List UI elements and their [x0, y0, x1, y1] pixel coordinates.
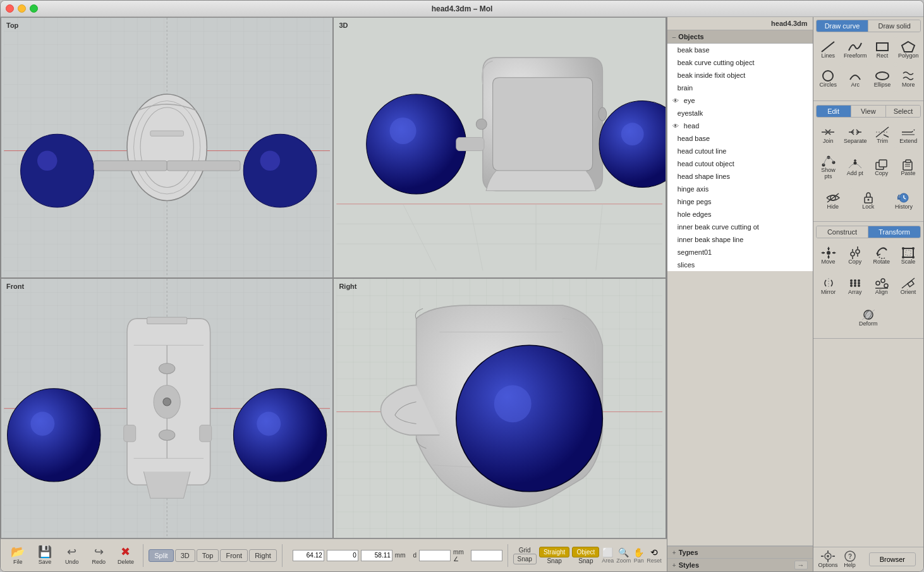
maximize-button[interactable]	[30, 4, 38, 13]
delete-button[interactable]: ✖ Delete	[114, 542, 138, 569]
viewport-3d[interactable]: 3D	[333, 17, 666, 278]
join-tool[interactable]: Join	[816, 121, 841, 149]
circles-tool[interactable]: Circles	[816, 65, 841, 93]
help-button[interactable]: ? Help	[843, 551, 857, 568]
draw-solid-tab[interactable]: Draw solid	[868, 20, 920, 32]
svg-point-47	[494, 385, 532, 422]
viewport-front-label: Front	[6, 283, 24, 290]
freeform-tool[interactable]: Freeform	[842, 36, 869, 64]
3d-view-button[interactable]: 3D	[175, 549, 195, 562]
front-view-button[interactable]: Front	[220, 549, 248, 562]
copy-tool[interactable]: Copy	[869, 152, 894, 183]
arc-tool[interactable]: Arc	[842, 65, 869, 93]
grid-snap-button[interactable]: Snap	[513, 554, 537, 564]
deform-tool[interactable]: Deform	[849, 304, 887, 332]
object-snap-button[interactable]: Object	[572, 547, 599, 557]
d-coord-input[interactable]	[419, 550, 451, 561]
draw-curve-tab[interactable]: Draw curve	[817, 20, 869, 32]
transform-tab[interactable]: Transform	[868, 226, 920, 238]
align-tool[interactable]: Align	[869, 272, 894, 300]
viewport-front[interactable]: Front	[1, 278, 333, 539]
scale-tool[interactable]: Scale	[896, 242, 921, 270]
object-item-head-cutout-line[interactable]: head cutout line	[667, 145, 813, 157]
paste-tool[interactable]: Paste	[896, 152, 921, 183]
svg-rect-34	[147, 317, 187, 324]
z-coord-input[interactable]	[361, 550, 392, 561]
styles-arrow-icon[interactable]: →	[794, 561, 808, 569]
svg-point-91	[851, 252, 854, 256]
mirror-tool[interactable]: Mirror	[816, 272, 841, 300]
view-tab[interactable]: View	[851, 106, 886, 117]
redo-button[interactable]: ↪ Redo	[87, 542, 111, 569]
object-item-head[interactable]: 👁 head	[667, 119, 813, 132]
options-button[interactable]: Options	[818, 551, 838, 568]
history-tool[interactable]: History	[887, 187, 921, 215]
lines-tool[interactable]: Lines	[816, 36, 841, 64]
more-tool[interactable]: More	[896, 65, 921, 93]
object-item-eye[interactable]: 👁 eye	[667, 94, 813, 107]
top-view-button[interactable]: Top	[197, 549, 219, 562]
edit-tab[interactable]: Edit	[817, 106, 851, 117]
move-tool[interactable]: Move	[816, 242, 841, 270]
rect-tool[interactable]: Rect	[870, 36, 894, 64]
right-view-button[interactable]: Right	[249, 549, 277, 562]
select-tab[interactable]: Select	[886, 106, 920, 117]
save-button[interactable]: 💾 Save	[33, 542, 58, 569]
lock-tool[interactable]: Lock	[851, 187, 885, 215]
object-item-eyestalk[interactable]: eyestalk	[667, 107, 813, 119]
straight-snap-button[interactable]: Straight	[539, 547, 569, 557]
draw-tabs: Draw curve Draw solid	[816, 20, 921, 32]
pan-ctrl[interactable]: ✋ Pan	[633, 547, 644, 564]
viewport-right[interactable]: Right	[333, 278, 666, 539]
array-tool[interactable]: Array	[842, 272, 868, 300]
browser-button[interactable]: Browser	[869, 552, 916, 566]
add-pt-tool[interactable]: Add pt	[842, 152, 868, 183]
reset-ctrl[interactable]: ⟲ Reset	[647, 547, 662, 564]
object-item-beak-inside[interactable]: beak inside fixit object	[667, 69, 813, 82]
object-item-hinge-pegs[interactable]: hinge pegs	[667, 195, 813, 208]
object-item-head-cutout-object[interactable]: head cutout object	[667, 157, 813, 170]
zoom-ctrl[interactable]: 🔍 Zoom	[616, 547, 631, 564]
object-item-beak-curve[interactable]: beak curve cutting object	[667, 56, 813, 69]
split-view-button[interactable]: Split	[149, 549, 173, 562]
copy-transform-tool[interactable]: Copy	[842, 242, 868, 270]
objects-header[interactable]: – Objects	[667, 30, 813, 44]
x-coord-input[interactable]	[293, 550, 324, 561]
trim-tool[interactable]: Trim	[870, 121, 894, 149]
svg-point-108	[854, 282, 856, 284]
object-item-segment01[interactable]: segment01	[667, 246, 813, 259]
angle-input[interactable]	[471, 550, 502, 561]
object-item-inner-beak-shape[interactable]: inner beak shape line	[667, 233, 813, 246]
undo-button[interactable]: ↩ Undo	[59, 542, 84, 569]
svg-point-109	[858, 282, 860, 284]
object-item-head-shape-lines[interactable]: head shape lines	[667, 170, 813, 183]
orient-tool[interactable]: Orient	[896, 272, 921, 300]
object-item-brain[interactable]: brain	[667, 82, 813, 94]
viewport-top[interactable]: Top	[1, 17, 333, 278]
minimize-button[interactable]	[18, 4, 26, 13]
object-item-slices[interactable]: slices	[667, 259, 813, 271]
array-icon	[848, 277, 863, 289]
object-item-inner-beak-curve[interactable]: inner beak curve cutting ot	[667, 221, 813, 233]
construct-tab[interactable]: Construct	[817, 226, 869, 238]
viewport-3d-label: 3D	[339, 21, 348, 29]
area-ctrl[interactable]: ⬜ Area	[602, 547, 614, 564]
ellipse-tool[interactable]: Ellipse	[870, 65, 894, 93]
polygon-tool[interactable]: Polygon	[896, 36, 921, 64]
object-item-beak-base[interactable]: beak base	[667, 44, 813, 56]
extend-tool[interactable]: Extend	[896, 121, 921, 149]
show-pts-tool[interactable]: Show pts	[816, 152, 841, 183]
object-item-head-base[interactable]: head base	[667, 132, 813, 145]
hide-tool[interactable]: Hide	[816, 187, 850, 215]
svg-point-63	[822, 164, 825, 167]
types-panel[interactable]: + Types	[667, 546, 813, 558]
separate-tool[interactable]: Separate	[842, 121, 869, 149]
rotate-tool[interactable]: Rotate	[869, 242, 894, 270]
object-item-hinge-axis[interactable]: hinge axis	[667, 183, 813, 195]
styles-panel[interactable]: + Styles →	[667, 558, 813, 571]
objects-header-label: Objects	[678, 33, 703, 40]
close-button[interactable]	[6, 4, 14, 13]
y-coord-input[interactable]	[327, 550, 358, 561]
file-button[interactable]: 📂 File	[6, 542, 30, 569]
object-item-hole-edges[interactable]: hole edges	[667, 208, 813, 221]
